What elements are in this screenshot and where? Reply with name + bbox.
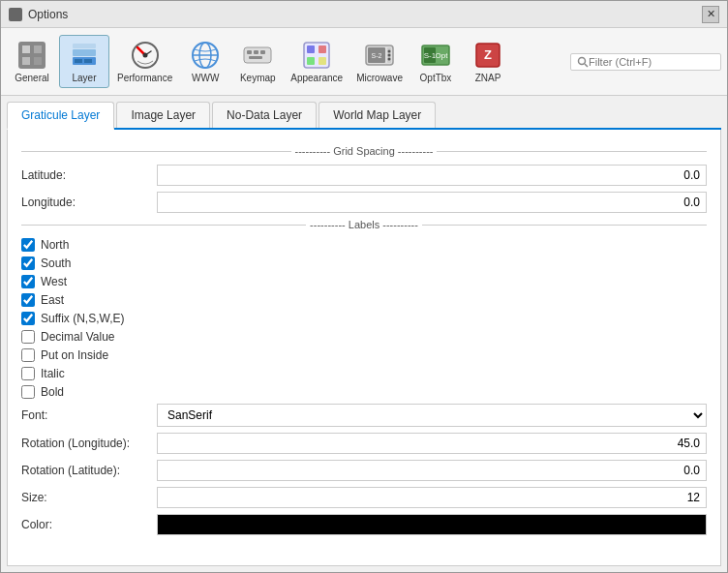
svg-rect-17 — [254, 50, 258, 54]
performance-label: Performance — [117, 73, 172, 83]
east-checkbox[interactable] — [21, 293, 35, 307]
svg-rect-16 — [247, 50, 252, 54]
svg-text:Z: Z — [484, 47, 492, 62]
svg-point-29 — [388, 54, 391, 57]
performance-icon — [130, 40, 161, 71]
filter-input[interactable] — [589, 56, 714, 68]
options-window: Options ✕ General — [0, 0, 728, 573]
svg-point-11 — [142, 53, 147, 58]
svg-rect-15 — [244, 47, 271, 63]
north-checkbox[interactable] — [21, 238, 35, 252]
toolbar-item-performance[interactable]: Performance — [111, 36, 178, 87]
opttbx-icon: S-1 Opt — [420, 40, 451, 71]
title-bar: Options ✕ — [1, 1, 727, 28]
tab-worldmap[interactable]: World Map Layer — [318, 102, 436, 128]
color-row: Color: — [21, 514, 707, 535]
italic-checkbox[interactable] — [21, 367, 35, 380]
latitude-label: Latitude: — [21, 168, 157, 182]
inside-checkbox[interactable] — [21, 348, 35, 362]
rotation-longitude-label: Rotation (Longitude): — [21, 437, 157, 450]
checkbox-south: South — [21, 256, 707, 270]
toolbar-item-layer[interactable]: Layer — [59, 35, 109, 88]
color-swatch[interactable] — [157, 514, 707, 535]
svg-point-30 — [388, 58, 391, 61]
size-input[interactable] — [157, 487, 707, 508]
color-label: Color: — [21, 518, 157, 531]
south-checkbox[interactable] — [21, 256, 35, 270]
size-row: Size: — [21, 487, 707, 508]
toolbar: General Layer — [1, 28, 727, 96]
font-label: Font: — [21, 408, 157, 422]
svg-rect-24 — [318, 57, 326, 65]
microwave-label: Microwave — [356, 73, 403, 83]
tab-nodata[interactable]: No-Data Layer — [212, 102, 317, 128]
toolbar-item-appearance[interactable]: Appearance — [285, 36, 349, 87]
east-label: East — [41, 293, 64, 307]
bold-label: Bold — [41, 385, 64, 399]
search-icon — [577, 56, 589, 68]
znap-icon: Z — [472, 40, 503, 71]
grid-spacing-divider: ---------- Grid Spacing ---------- — [21, 145, 707, 157]
znap-label: ZNAP — [475, 73, 501, 83]
longitude-input[interactable] — [157, 192, 707, 213]
rotation-longitude-input[interactable] — [157, 433, 707, 454]
svg-rect-18 — [260, 50, 265, 54]
longitude-label: Longitude: — [21, 196, 157, 209]
appearance-icon — [301, 40, 332, 71]
svg-point-38 — [579, 57, 586, 64]
title-bar-left: Options — [9, 8, 68, 21]
longitude-row: Longitude: — [21, 192, 707, 213]
general-icon — [16, 40, 47, 71]
suffix-checkbox[interactable] — [21, 312, 35, 325]
close-button[interactable]: ✕ — [702, 6, 719, 23]
italic-label: Italic — [41, 367, 65, 380]
svg-point-28 — [388, 50, 391, 53]
tab-bar: Graticule Layer Image Layer No-Data Laye… — [7, 102, 721, 130]
svg-rect-22 — [318, 45, 326, 53]
rotation-latitude-input[interactable] — [157, 460, 707, 481]
toolbar-item-opttbx[interactable]: S-1 Opt OptTbx — [410, 36, 461, 87]
rotation-latitude-label: Rotation (Latitude): — [21, 464, 157, 477]
tab-image[interactable]: Image Layer — [116, 102, 210, 128]
svg-rect-19 — [249, 56, 262, 59]
font-select[interactable]: SanSerif Serif Monospace — [157, 404, 707, 427]
latitude-input[interactable] — [157, 165, 707, 186]
window-title: Options — [28, 8, 68, 21]
checkbox-suffix: Suffix (N,S,W,E) — [21, 312, 707, 325]
decimal-label: Decimal Value — [41, 330, 114, 344]
svg-rect-8 — [75, 59, 82, 63]
rotation-longitude-row: Rotation (Longitude): — [21, 433, 707, 454]
toolbar-item-keymap[interactable]: Keymap — [232, 36, 283, 87]
layer-icon — [69, 40, 100, 71]
bold-checkbox[interactable] — [21, 385, 35, 399]
general-label: General — [15, 73, 49, 83]
toolbar-item-znap[interactable]: Z ZNAP — [463, 36, 513, 87]
svg-rect-2 — [34, 45, 42, 53]
toolbar-item-microwave[interactable]: S-2 Microwave — [350, 36, 409, 87]
opttbx-label: OptTbx — [420, 73, 452, 83]
toolbar-item-general[interactable]: General — [7, 36, 57, 87]
toolbar-search — [570, 53, 721, 71]
decimal-checkbox[interactable] — [21, 330, 35, 344]
inside-label: Put on Inside — [41, 348, 108, 362]
toolbar-item-www[interactable]: WWW — [180, 36, 230, 87]
svg-line-39 — [585, 64, 588, 67]
tab-graticule[interactable]: Graticule Layer — [7, 102, 114, 130]
keymap-label: Keymap — [240, 73, 276, 83]
size-label: Size: — [21, 491, 157, 504]
checkbox-decimal: Decimal Value — [21, 330, 707, 344]
www-icon — [190, 40, 221, 71]
rotation-latitude-row: Rotation (Latitude): — [21, 460, 707, 481]
keymap-icon — [242, 40, 273, 71]
checkbox-east: East — [21, 293, 707, 307]
latitude-row: Latitude: — [21, 165, 707, 186]
west-checkbox[interactable] — [21, 275, 35, 288]
font-row: Font: SanSerif Serif Monospace — [21, 404, 707, 427]
main-content: Graticule Layer Image Layer No-Data Laye… — [1, 96, 727, 572]
svg-rect-1 — [22, 45, 30, 53]
tab-content-graticule: ---------- Grid Spacing ---------- Latit… — [7, 130, 721, 566]
checkbox-bold: Bold — [21, 385, 707, 399]
svg-rect-4 — [34, 57, 42, 65]
filter-box — [570, 53, 721, 71]
svg-rect-23 — [307, 57, 315, 65]
